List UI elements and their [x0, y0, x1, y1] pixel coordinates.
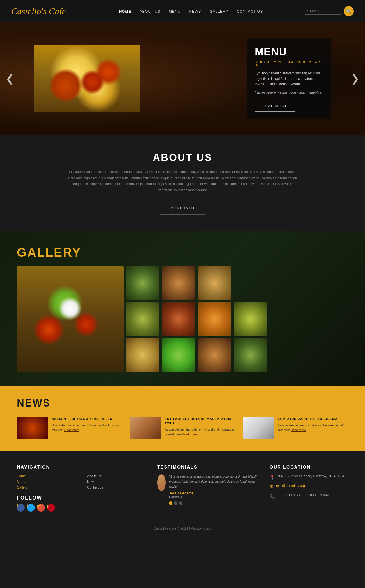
- hero-panel: MENU DUIS AUTEM VEL EUM IRIURE DOLOR IN …: [247, 38, 331, 119]
- location-phone: 📞 +1 800 603 6035, +1 800 889 9898: [270, 493, 348, 499]
- gallery-thumb-11[interactable]: [234, 338, 267, 372]
- testimonial-author: Jessica Adams,: [169, 491, 261, 495]
- news-headline-3: LUPTATUM ZZRIL TUT DOLOREMA: [278, 417, 348, 421]
- nav-news[interactable]: NEWS: [189, 9, 201, 13]
- gallery-thumb-10[interactable]: [198, 338, 231, 372]
- location-email-icon: ✉: [270, 484, 273, 489]
- search-area: 🔍: [305, 6, 354, 16]
- carousel-prev-button[interactable]: ❮: [6, 73, 14, 85]
- news-body-1: Duis autem vel eum inur dolor in hendren…: [52, 423, 122, 432]
- footer-copyright: Castello's Cafe © 2014 | Privacy policy: [17, 526, 348, 530]
- news-item-2: TUT LAOREET DOLORE MALUPTATUM ZZRIL Aute…: [130, 417, 235, 439]
- gallery-thumb-8[interactable]: [126, 338, 159, 372]
- gallery-thumb-5[interactable]: [162, 302, 195, 336]
- gallery-thumb-1[interactable]: [126, 266, 159, 300]
- dot-2[interactable]: [174, 501, 177, 505]
- hero-cta-button[interactable]: READ MORE: [255, 101, 295, 111]
- footer-nav-gallery[interactable]: Gallery: [17, 485, 79, 489]
- news-content-3: LUPTATUM ZZRIL TUT DOLOREMA Duis autem v…: [278, 417, 348, 432]
- news-thumb-1: [17, 417, 48, 439]
- footer-nav-menu[interactable]: Menu: [17, 480, 79, 484]
- about-title: ABOUT US: [34, 152, 331, 164]
- dot-1[interactable]: [169, 501, 172, 505]
- gallery-thumb-7[interactable]: [234, 302, 267, 336]
- news-grid: RAESENT LUPTATUM ZZRIL DELENI Duis autem…: [17, 417, 348, 439]
- footer-nav-col2: . About Us News Contact us: [87, 465, 149, 513]
- footer-divider: [17, 522, 348, 522]
- news-item-1: RAESENT LUPTATUM ZZRIL DELENI Duis autem…: [17, 417, 122, 439]
- news-read-more-3[interactable]: Read more: [291, 428, 306, 432]
- nav-contact[interactable]: CONTACT US: [237, 9, 263, 13]
- nav-menu[interactable]: MENU: [169, 9, 181, 13]
- location-phone-icon: 📞: [270, 494, 275, 499]
- footer-email-link[interactable]: mail@demolink.org: [276, 484, 305, 488]
- footer-nav-contact: Contact us: [87, 485, 149, 489]
- footer-nav-col1: NAVIGATION Home Menu Gallery FOLLOW f t …: [17, 465, 79, 513]
- news-body-2: Autem vel eum inure dol or in hendrentin…: [165, 427, 235, 437]
- site-logo[interactable]: Castello's Cafe: [11, 6, 66, 17]
- social-googleplus[interactable]: g+: [37, 504, 45, 512]
- hero-food-image: [34, 45, 140, 112]
- gallery-section: GALLERY: [0, 231, 365, 386]
- social-twitter[interactable]: t: [27, 504, 35, 512]
- header: Castello's Cafe HOME ABOUT US MENU NEWS …: [0, 0, 365, 22]
- hero-subtitle: DUIS AUTEM VEL EUM IRIURE DOLOR IN: [255, 60, 323, 67]
- dot-3[interactable]: [179, 501, 182, 505]
- news-thumb-2: [130, 417, 161, 439]
- news-content-1: RAESENT LUPTATUM ZZRIL DELENI Duis autem…: [52, 417, 122, 432]
- testimonial-quote: "Gys at vero eros et accumsan et iusto o…: [169, 474, 261, 489]
- location-pin-icon: 📍: [270, 475, 275, 480]
- gallery-main-inner: [17, 266, 124, 372]
- gallery-thumb-3[interactable]: [198, 266, 231, 300]
- news-body-3: Duis autem vel eum inur dolor in hendren…: [278, 423, 348, 432]
- gallery-thumb-9[interactable]: [162, 338, 195, 372]
- news-content-2: TUT LAOREET DOLORE MALUPTATUM ZZRIL Aute…: [165, 417, 235, 437]
- news-read-more-1[interactable]: Read more: [64, 428, 79, 432]
- carousel-next-button[interactable]: ❯: [351, 73, 359, 85]
- gallery-thumb-6[interactable]: [198, 302, 231, 336]
- nav-gallery[interactable]: GALLERY: [209, 9, 228, 13]
- search-button[interactable]: 🔍: [344, 6, 354, 16]
- hero-body2: Hitores legere me lius quod ii legunt sa…: [255, 90, 323, 95]
- gallery-thumb-4[interactable]: [126, 302, 159, 336]
- footer-extra-space: [17, 530, 348, 553]
- testimonial-dots: [169, 501, 261, 505]
- news-item-3: LUPTATUM ZZRIL TUT DOLOREMA Duis autem v…: [243, 417, 348, 439]
- gallery-title-highlight: E: [54, 246, 63, 259]
- footer-follow-label: FOLLOW: [17, 495, 79, 501]
- news-headline-2: TUT LAOREET DOLORE MALUPTATUM ZZRIL: [165, 417, 235, 426]
- main-nav: HOME ABOUT US MENU NEWS GALLERY CONTACT …: [77, 9, 305, 13]
- hero-food-inner: [34, 45, 140, 112]
- location-email: ✉ mail@demolink.org: [270, 484, 348, 489]
- social-icons: f t g+ p: [17, 504, 79, 513]
- gallery-main-image[interactable]: [17, 266, 124, 372]
- social-facebook[interactable]: f: [17, 504, 25, 512]
- testimonial-photo: [157, 474, 166, 491]
- footer-grid: NAVIGATION Home Menu Gallery FOLLOW f t …: [17, 465, 348, 513]
- hero-section: ❮ MENU DUIS AUTEM VEL EUM IRIURE DOLOR I…: [0, 22, 365, 135]
- footer-testimonials-col: TESTIMONIALS "Gys at vero eros et accums…: [157, 465, 261, 513]
- news-read-more-2[interactable]: Read more: [182, 433, 197, 436]
- testimonial-location: California: [169, 495, 261, 499]
- nav-home[interactable]: HOME: [119, 9, 131, 13]
- nav-about[interactable]: ABOUT US: [140, 9, 160, 13]
- footer-nav-aboutus: About Us: [87, 474, 149, 478]
- about-section: ABOUT US Duis autem vel eum inure dolor …: [0, 135, 365, 231]
- more-info-button[interactable]: MORE INFO: [160, 202, 205, 215]
- search-input[interactable]: [305, 8, 341, 15]
- gallery-title: GALLERY: [17, 246, 348, 260]
- gallery-grid: [17, 266, 348, 372]
- footer-location-title: OUR LOCATION: [270, 465, 348, 470]
- news-section: NEWS RAESENT LUPTATUM ZZRIL DELENI Duis …: [0, 386, 365, 451]
- hero-title: MENU: [255, 46, 323, 58]
- footer-testimonials-title: TESTIMONIALS: [157, 465, 261, 470]
- gallery-thumb-2[interactable]: [162, 266, 195, 300]
- footer-nav-home[interactable]: Home: [17, 474, 79, 478]
- location-address: 📍 9870 St Vincent Place, Glasgow, DC 45 …: [270, 474, 348, 480]
- testimonial-content: "Gys at vero eros et accumsan et iusto o…: [169, 474, 261, 505]
- news-thumb-3: [243, 417, 274, 439]
- social-pinterest[interactable]: p: [47, 504, 55, 512]
- footer-nav-news: News: [87, 480, 149, 484]
- hero-body1: Typi non habent claritatem insitam; est …: [255, 71, 323, 87]
- footer-location-col: OUR LOCATION 📍 9870 St Vincent Place, Gl…: [270, 465, 348, 513]
